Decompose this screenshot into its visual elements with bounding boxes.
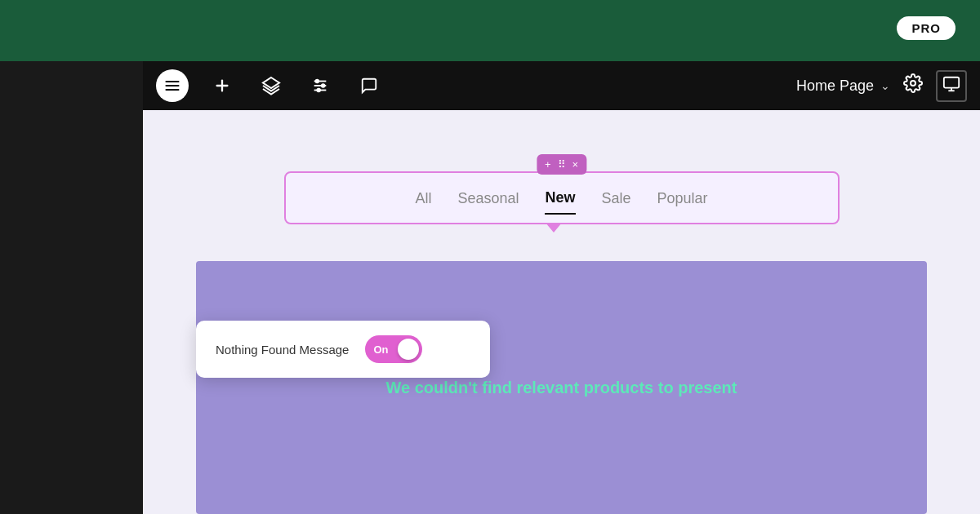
tab-seasonal[interactable]: Seasonal xyxy=(457,190,519,214)
tab-all[interactable]: All xyxy=(415,190,431,214)
pro-badge[interactable]: PRO xyxy=(897,16,956,40)
main-toolbar: Home Page ⌄ xyxy=(143,61,980,110)
svg-point-11 xyxy=(317,89,320,92)
device-button[interactable] xyxy=(936,70,967,102)
tab-sale[interactable]: Sale xyxy=(602,190,631,214)
close-element-icon[interactable]: × xyxy=(572,158,579,171)
not-found-message: We couldn't find relevant products to pr… xyxy=(386,379,737,397)
nothing-found-tooltip: Nothing Found Message On xyxy=(196,321,490,378)
layers-button[interactable] xyxy=(256,70,287,101)
tab-navigation: All Seasonal New Sale Popular xyxy=(284,171,840,224)
toolbar-left xyxy=(156,69,780,102)
tab-indicator-arrow xyxy=(546,223,562,233)
nothing-found-toggle[interactable]: On xyxy=(365,335,422,363)
left-sidebar xyxy=(0,61,143,514)
canvas-area: + ⠿ × All Seasonal New Sale Popular We c… xyxy=(143,110,980,514)
tab-popular[interactable]: Popular xyxy=(657,190,708,214)
drag-handle-icon[interactable]: ⠿ xyxy=(558,158,566,171)
svg-point-12 xyxy=(911,81,915,86)
tooltip-label: Nothing Found Message xyxy=(216,343,349,357)
toolbar-right: Home Page ⌄ xyxy=(796,70,967,102)
toggle-container[interactable]: On xyxy=(365,335,422,363)
add-element-icon[interactable]: + xyxy=(545,158,551,171)
hamburger-button[interactable] xyxy=(156,69,189,102)
element-toolbar: + ⠿ × xyxy=(537,154,586,175)
chat-button[interactable] xyxy=(354,70,385,101)
page-label: Home Page xyxy=(796,78,874,95)
tab-new[interactable]: New xyxy=(545,189,575,215)
svg-point-10 xyxy=(322,84,325,87)
top-background xyxy=(0,0,980,61)
toggle-track: On xyxy=(365,335,422,363)
svg-point-9 xyxy=(316,80,319,83)
svg-rect-13 xyxy=(944,77,959,87)
filters-button[interactable] xyxy=(305,70,336,101)
tab-nav-list: All Seasonal New Sale Popular xyxy=(310,189,813,215)
add-button[interactable] xyxy=(207,70,238,101)
chevron-down-icon: ⌄ xyxy=(880,79,890,92)
toggle-thumb xyxy=(398,339,419,360)
toggle-on-label: On xyxy=(373,343,388,356)
settings-button[interactable] xyxy=(903,73,923,98)
product-content-area: We couldn't find relevant products to pr… xyxy=(196,261,927,514)
page-selector[interactable]: Home Page ⌄ xyxy=(796,78,890,95)
